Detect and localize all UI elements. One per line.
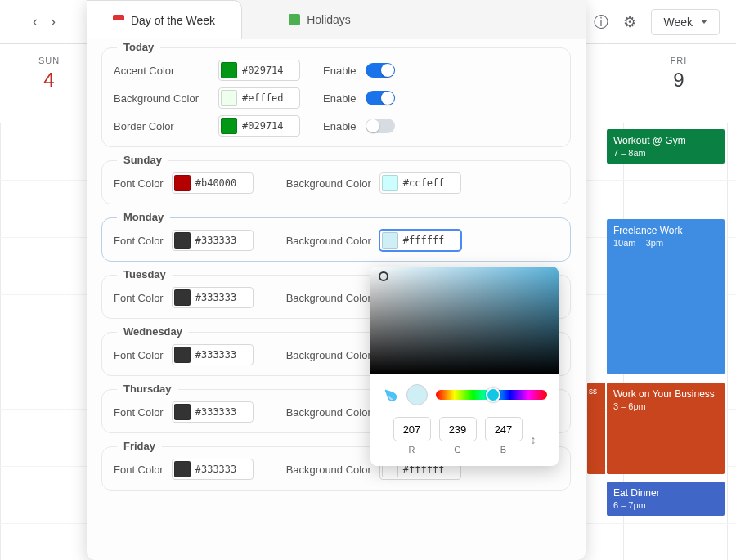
group-title: Thursday [117, 383, 178, 395]
help-icon[interactable]: ⓘ [594, 12, 608, 32]
event-time: 6 – 7pm [613, 500, 718, 512]
label-border-color: Border Color [114, 120, 210, 132]
color-swatch [174, 232, 191, 249]
event-workout[interactable]: Workout @ Gym 7 – 8am [607, 129, 725, 164]
label-b: B [485, 445, 523, 455]
color-swatch [174, 404, 191, 420]
label-background-color: Background Color [114, 92, 210, 105]
enable-label: Enable [323, 65, 356, 77]
label-font-color: Font Color [114, 292, 164, 304]
label-g: G [439, 445, 477, 455]
color-mode-stepper[interactable]: ↕ [531, 433, 536, 446]
color-value: #ccfeff [403, 177, 445, 189]
input-font-color[interactable]: #333333 [172, 230, 254, 251]
input-font-color[interactable]: #333333 [172, 401, 254, 423]
color-value: #333333 [195, 349, 237, 361]
label-r: R [393, 445, 431, 455]
color-value: #333333 [195, 406, 237, 418]
event-title: Workout @ Gym [613, 134, 718, 147]
eyedropper-icon[interactable]: 💧 [379, 383, 402, 406]
event-time: 10am – 3pm [613, 237, 718, 249]
color-value: #029714 [242, 120, 284, 132]
input-b[interactable] [485, 417, 523, 441]
toggle-accent-enable[interactable] [366, 63, 395, 78]
color-swatch [221, 118, 237, 134]
event-freelance[interactable]: Freelance Work 10am – 3pm [607, 219, 725, 374]
input-font-color[interactable]: #333333 [172, 344, 254, 365]
tab-label: Day of the Week [131, 14, 215, 27]
color-value: #efffed [242, 92, 284, 104]
label-background-color: Background Color [286, 349, 371, 361]
input-border-color[interactable]: #029714 [218, 115, 300, 137]
saturation-value-area[interactable] [370, 267, 559, 374]
enable-label: Enable [323, 120, 356, 132]
label-background-color: Background Color [286, 464, 371, 476]
day-number: 9 [622, 69, 736, 92]
label-font-color: Font Color [114, 235, 164, 247]
prev-button[interactable]: ‹ [33, 13, 38, 30]
input-background-color[interactable]: #ffffff [379, 230, 461, 251]
group-title: Sunday [117, 154, 168, 166]
day-abbr: FRI [622, 56, 736, 65]
tab-holidays[interactable]: Holidays [242, 0, 397, 39]
color-swatch [221, 90, 237, 106]
group-monday: MondayFont Color#333333Background Color#… [101, 217, 571, 262]
input-font-color[interactable]: #333333 [172, 459, 254, 480]
event-time: 7 – 8am [613, 147, 718, 159]
input-font-color[interactable]: #333333 [172, 287, 254, 308]
group-title: Tuesday [117, 268, 173, 280]
label-background-color: Background Color [286, 177, 371, 190]
color-swatch [382, 232, 398, 249]
group-today: Today Accent Color #029714 Enable Backgr… [101, 47, 571, 147]
tab-day-of-week[interactable]: Day of the Week [87, 0, 242, 39]
color-value: #333333 [195, 235, 237, 246]
view-selector[interactable]: Week [651, 9, 720, 35]
next-button[interactable]: › [51, 13, 56, 30]
event-title: Eat Dinner [613, 486, 718, 500]
input-accent-color[interactable]: #029714 [218, 60, 300, 81]
color-swatch [174, 347, 191, 363]
group-title: Wednesday [117, 325, 189, 338]
hue-slider[interactable] [436, 390, 547, 400]
event-dinner[interactable]: Eat Dinner 6 – 7pm [607, 482, 725, 516]
view-selector-label: Week [663, 16, 693, 29]
color-swatch [382, 175, 398, 191]
day-number: 4 [0, 69, 98, 92]
color-picker: 💧 R G B ↕ [370, 267, 559, 466]
event-business[interactable]: Work on Your Business 3 – 6pm [607, 383, 725, 474]
color-swatch [174, 461, 191, 477]
event-sliver[interactable]: ss [587, 383, 605, 474]
group-title: Today [117, 41, 160, 53]
hue-thumb[interactable] [486, 388, 500, 402]
group-title: Monday [117, 211, 170, 223]
color-value: #b40000 [195, 177, 237, 189]
sv-cursor[interactable] [379, 271, 388, 281]
input-r[interactable] [393, 417, 431, 441]
label-background-color: Background Color [286, 235, 371, 247]
day-abbr: SUN [0, 56, 98, 65]
color-swatch [174, 289, 191, 306]
label-font-color: Font Color [114, 177, 164, 190]
color-value: #333333 [195, 464, 237, 475]
gear-icon[interactable]: ⚙ [623, 13, 636, 31]
label-accent-color: Accent Color [114, 65, 210, 77]
event-title: Work on Your Business [613, 388, 718, 401]
input-background-color[interactable]: #efffed [218, 87, 300, 109]
label-font-color: Font Color [114, 349, 164, 361]
calendar-icon [113, 15, 124, 26]
tab-label: Holidays [307, 13, 351, 26]
group-title: Friday [117, 440, 162, 452]
enable-label: Enable [323, 92, 356, 105]
input-background-color[interactable]: #ccfeff [379, 172, 461, 194]
dialog-tabs: Day of the Week Holidays [87, 0, 586, 39]
tree-icon [289, 14, 300, 25]
toggle-background-enable[interactable] [366, 91, 395, 105]
color-value: #333333 [195, 292, 237, 303]
event-time: 3 – 6pm [613, 401, 718, 413]
label-font-color: Font Color [114, 406, 164, 419]
toggle-border-enable[interactable] [366, 119, 395, 133]
event-title: Freelance Work [613, 224, 718, 237]
label-background-color: Background Color [286, 292, 371, 304]
input-g[interactable] [439, 417, 477, 441]
input-font-color[interactable]: #b40000 [172, 172, 254, 194]
